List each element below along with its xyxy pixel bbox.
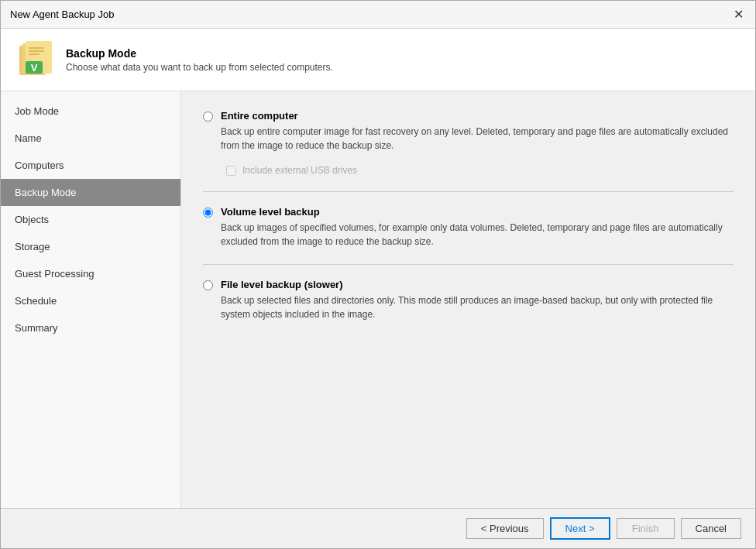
sidebar-item-job-mode[interactable]: Job Mode <box>1 98 180 125</box>
dialog: New Agent Backup Job ✕ V Backup Mode Cho <box>0 0 756 549</box>
option-label-entire: Entire computer <box>221 110 734 122</box>
sidebar: Job Mode Name Computers Backup Mode Obje… <box>1 91 181 508</box>
header: V Backup Mode Choose what data you want … <box>1 29 755 91</box>
sidebar-item-storage[interactable]: Storage <box>1 233 180 260</box>
sidebar-item-computers[interactable]: Computers <box>1 152 180 179</box>
radio-file-level[interactable] <box>203 280 213 290</box>
next-button[interactable]: Next > <box>550 517 610 540</box>
svg-rect-4 <box>29 50 44 52</box>
option-row-entire: Entire computer Back up entire computer … <box>203 110 734 153</box>
option-file-level: File level backup (slower) Back up selec… <box>203 279 734 321</box>
option-entire-computer: Entire computer Back up entire computer … <box>203 110 734 176</box>
radio-volume-level[interactable] <box>203 208 213 218</box>
sidebar-item-backup-mode[interactable]: Backup Mode <box>1 179 180 206</box>
body: Job Mode Name Computers Backup Mode Obje… <box>1 91 755 508</box>
sub-label-usb: Include external USB drives <box>242 165 357 176</box>
option-label-volume: Volume level backup <box>221 206 734 218</box>
option-desc-file: Back up selected files and directories o… <box>221 293 734 321</box>
sidebar-item-summary[interactable]: Summary <box>1 314 180 341</box>
finish-button[interactable]: Finish <box>617 518 675 539</box>
sidebar-item-objects[interactable]: Objects <box>1 206 180 233</box>
option-desc-entire: Back up entire computer image for fast r… <box>221 125 734 153</box>
main-content: Entire computer Back up entire computer … <box>181 91 755 508</box>
svg-rect-3 <box>29 47 44 49</box>
header-title: Backup Mode <box>66 47 333 60</box>
checkbox-usb-drives[interactable] <box>226 166 236 176</box>
divider-2 <box>203 264 734 265</box>
header-subtitle: Choose what data you want to back up fro… <box>66 62 333 73</box>
option-label-file: File level backup (slower) <box>221 279 734 290</box>
sidebar-item-schedule[interactable]: Schedule <box>1 287 180 314</box>
cancel-button[interactable]: Cancel <box>681 518 741 539</box>
option-row-volume: Volume level backup Back up images of sp… <box>203 206 734 249</box>
option-row-file: File level backup (slower) Back up selec… <box>203 279 734 321</box>
option-desc-volume: Back up images of specified volumes, for… <box>221 221 734 249</box>
sidebar-item-guest-processing[interactable]: Guest Processing <box>1 260 180 287</box>
radio-entire-computer[interactable] <box>203 112 213 122</box>
svg-rect-5 <box>29 53 40 55</box>
sub-option-usb: Include external USB drives <box>226 165 734 176</box>
option-text-entire: Entire computer Back up entire computer … <box>221 110 734 153</box>
sidebar-item-name[interactable]: Name <box>1 125 180 152</box>
svg-text:V: V <box>31 62 38 74</box>
option-volume-level: Volume level backup Back up images of sp… <box>203 206 734 249</box>
close-button[interactable]: ✕ <box>730 7 746 22</box>
option-text-file: File level backup (slower) Back up selec… <box>221 279 734 321</box>
option-text-volume: Volume level backup Back up images of sp… <box>221 206 734 249</box>
title-bar: New Agent Backup Job ✕ <box>1 1 755 29</box>
footer: < Previous Next > Finish Cancel <box>1 508 755 548</box>
header-info: Backup Mode Choose what data you want to… <box>66 47 333 73</box>
dialog-title: New Agent Backup Job <box>10 9 114 20</box>
header-icon: V <box>15 39 55 80</box>
divider-1 <box>203 191 734 192</box>
previous-button[interactable]: < Previous <box>466 518 544 539</box>
